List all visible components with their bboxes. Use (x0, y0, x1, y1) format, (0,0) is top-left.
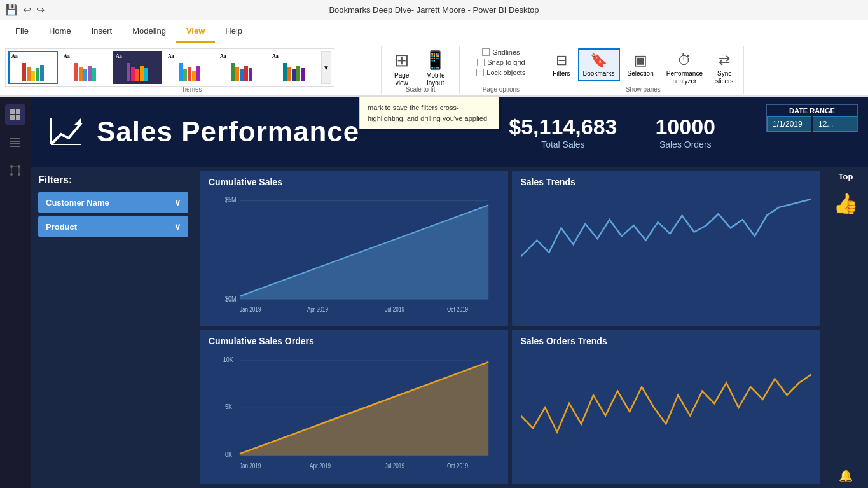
theme-swatch-5[interactable]: Aa (217, 51, 266, 84)
cumulative-sales-chart: Cumulative Sales $5M $0M Ja (200, 171, 508, 326)
lock-objects-checkbox[interactable]: Lock objects (476, 69, 525, 76)
ribbon: File Home Insert Modeling View Help Aa (0, 20, 868, 97)
svg-text:Apr 2019: Apr 2019 (310, 461, 331, 469)
gridlines-checkbox[interactable]: Gridlines (482, 48, 520, 56)
page-options-label: Page options (483, 86, 520, 93)
svg-rect-2 (10, 115, 15, 120)
sync-slicers-icon: ⇄ (719, 52, 730, 69)
mobile-layout-button[interactable]: 📱 Mobilelayout (419, 48, 451, 88)
save-icon[interactable]: 💾 (5, 4, 18, 16)
sales-trends-chart: Sales Trends (512, 171, 820, 326)
show-panes-label: Show panes (626, 86, 661, 93)
cumulative-orders-svg-area: 10K 5K 0K Jan 2019 (209, 350, 499, 478)
product-chevron: ∨ (174, 221, 181, 232)
page-options-group: Gridlines Snap to grid Lock objects Page… (460, 46, 542, 94)
scale-group-label: Scale to fit (406, 86, 436, 93)
date-range-label: DATE RANGE (767, 105, 857, 116)
sales-orders-trends-title: Sales Orders Trends (521, 336, 811, 346)
svg-text:10K: 10K (223, 355, 233, 363)
svg-text:Jul 2019: Jul 2019 (385, 305, 404, 314)
snap-to-grid-checkbox[interactable]: Snap to grid (477, 59, 525, 66)
sync-slicers-button[interactable]: ⇄ Syncslicers (710, 48, 738, 89)
scale-to-fit-group: ⊞ Pageview 📱 Mobilelayout Scale to fit (382, 46, 460, 94)
customer-name-filter[interactable]: Customer Name ∨ (38, 192, 188, 213)
ribbon-tab-bar: File Home Insert Modeling View Help (0, 20, 868, 43)
dashboard-stats: $5,114,683 Total Sales 10000 Sales Order… (509, 115, 715, 150)
cumulative-orders-title: Cumulative Sales Orders (209, 336, 499, 346)
window-title: Bookmarks Deep Dive- Jarrett Moore - Pow… (329, 5, 539, 15)
date-end-input[interactable]: 12... (813, 116, 857, 132)
filters-pane-button[interactable]: ⊟ Filters (548, 48, 575, 81)
svg-rect-4 (10, 138, 20, 139)
bookmarks-pane-button[interactable]: 🔖 Bookmarks (578, 48, 620, 81)
svg-text:Apr 2019: Apr 2019 (307, 305, 328, 314)
cumulative-orders-chart: Cumulative Sales Orders 10K 5K 0K (200, 330, 508, 485)
svg-rect-0 (10, 109, 15, 114)
svg-rect-3 (16, 115, 20, 120)
page-view-icon: ⊞ (394, 50, 409, 71)
theme-swatch-6[interactable]: Aa (269, 51, 319, 84)
filters-panel: Filters: Customer Name ∨ Product ∨ (31, 167, 196, 488)
total-sales-label: Total Sales (509, 139, 617, 150)
filters-panel-title: Filters: (38, 174, 188, 186)
total-sales-stat: $5,114,683 Total Sales (509, 115, 617, 150)
swatch-scroll-btn[interactable]: ▼ (321, 51, 331, 84)
svg-text:Oct 2019: Oct 2019 (447, 461, 468, 469)
selection-icon: ▣ (634, 52, 647, 69)
selection-pane-button[interactable]: ▣ Selection (623, 48, 659, 81)
sales-trends-title: Sales Trends (521, 177, 811, 187)
performance-analyzer-button[interactable]: ⏱ Performanceanalyzer (661, 48, 708, 89)
data-view-icon[interactable] (5, 132, 25, 153)
redo-icon[interactable]: ↪ (36, 4, 45, 16)
tab-view[interactable]: View (176, 20, 215, 43)
performance-icon: ⏱ (677, 52, 691, 69)
filters-pane-label: Filters (553, 70, 570, 77)
theme-swatch-2[interactable]: Aa (60, 51, 110, 84)
product-filter[interactable]: Product ∨ (38, 216, 188, 237)
svg-text:Jan 2019: Jan 2019 (240, 461, 261, 469)
svg-marker-15 (74, 118, 81, 125)
dashboard-body: Filters: Customer Name ∨ Product ∨ Cumul… (31, 167, 868, 488)
selection-pane-label: Selection (628, 70, 654, 77)
theme-swatch-1[interactable]: Aa (8, 51, 58, 84)
dashboard-logo: Sales Performance (46, 111, 359, 152)
tab-insert[interactable]: Insert (81, 20, 123, 43)
dashboard-title: Sales Performance (97, 116, 359, 148)
tab-home[interactable]: Home (39, 20, 81, 43)
page-view-button[interactable]: ⊞ Pageview (389, 48, 414, 88)
report-view-icon[interactable] (5, 104, 25, 125)
ribbon-tooltip: mark to save the filters cross-highlight… (359, 97, 499, 129)
date-start-input[interactable]: 1/1/2019 (767, 116, 811, 132)
customer-name-chevron: ∨ (174, 197, 181, 207)
svg-text:$0M: $0M (225, 294, 236, 303)
ribbon-content-area: Aa Aa (0, 43, 868, 97)
sales-orders-value: 10000 (655, 115, 715, 139)
page-view-label: Pageview (394, 72, 409, 87)
svg-rect-5 (10, 141, 20, 142)
theme-swatch-4[interactable]: Aa (165, 51, 214, 84)
tab-modeling[interactable]: Modeling (122, 20, 176, 43)
themes-group-label: Themes (179, 86, 202, 93)
svg-text:Jan 2019: Jan 2019 (240, 305, 261, 314)
snap-checkbox-box (477, 59, 485, 66)
left-nav (0, 97, 31, 488)
sales-icon (46, 111, 86, 152)
bookmarks-pane-label: Bookmarks (583, 70, 615, 77)
gridlines-checkbox-box (482, 48, 490, 56)
sales-trends-svg-area (521, 191, 811, 323)
filters-icon: ⊟ (556, 52, 567, 69)
subscribe-icon: 🔔 (839, 469, 853, 483)
tab-file[interactable]: File (5, 20, 39, 43)
date-range-control: DATE RANGE 1/1/2019 12... (766, 104, 858, 132)
product-label: Product (46, 222, 77, 232)
sales-orders-trends-svg-area (521, 350, 811, 482)
tab-help[interactable]: Help (215, 20, 252, 43)
cumulative-sales-title: Cumulative Sales (209, 177, 499, 187)
theme-swatch-3[interactable]: Aa (113, 51, 162, 84)
title-bar: 💾 ↩ ↪ Bookmarks Deep Dive- Jarrett Moore… (0, 0, 868, 20)
sales-orders-stat: 10000 Sales Orders (655, 115, 715, 150)
model-view-icon[interactable] (5, 160, 25, 181)
undo-icon[interactable]: ↩ (23, 4, 31, 16)
svg-rect-6 (10, 143, 20, 144)
show-panes-group: ⊟ Filters 🔖 Bookmarks ▣ Selection ⏱ Perf… (542, 46, 744, 94)
